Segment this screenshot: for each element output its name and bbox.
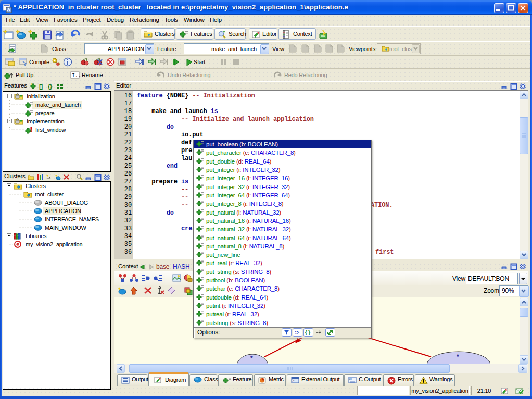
svg-text::>: :>: [295, 330, 299, 335]
svg-text:*: *: [457, 353, 459, 360]
svg-text:I...: I...: [72, 73, 81, 79]
svg-text:{}: {}: [48, 83, 53, 90]
svg-text:*: *: [250, 355, 253, 362]
svg-text:>_: >_: [292, 379, 296, 382]
svg-text:[]: []: [39, 83, 43, 90]
svg-text:{ }: { }: [305, 330, 310, 335]
